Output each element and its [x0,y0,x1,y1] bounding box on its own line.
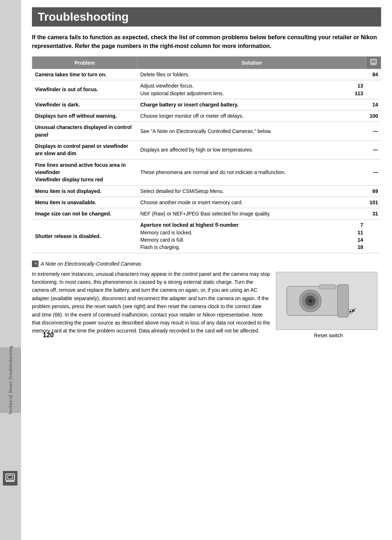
problem-cell: Menu item is not displayed. [32,185,138,197]
reset-switch-image [276,272,377,330]
solution-cell: Displays are affected by high or low tem… [138,141,366,160]
table-row: Fine lines around active focus area in v… [32,159,381,185]
title-bar: Troubleshooting [32,7,381,27]
camera-svg [283,279,370,323]
page-cell: 69 [366,185,381,197]
solution-cell: These phenomena are normal and do not in… [138,159,366,185]
page-cell: 14 [366,99,381,110]
page-cell [366,80,381,99]
problem-cell: Image size can not be changed. [32,208,138,219]
svg-rect-1 [8,475,13,479]
page-cell: — [366,141,381,160]
table-row: Image size can not be changed. NEF (Raw)… [32,208,381,219]
note-body: Reset switch In extremely rare instances… [32,270,381,335]
reset-switch-container: Reset switch [276,272,381,339]
page-cell: — [366,159,381,185]
svg-point-11 [308,299,313,303]
solution-cell: Choose longer monitor off or meter off d… [138,110,366,122]
svg-line-15 [353,308,356,311]
page-title: Troubleshooting [38,10,375,24]
note-icon: ✎ [32,261,38,267]
table-header-problem: Problem [32,57,138,69]
sidebar: Technical Notes Troubleshooting [0,0,21,540]
problem-cell: Menu item is unavailable. [32,197,138,208]
page-cell: 101 [366,197,381,208]
problem-cell: Fine lines around active focus area in v… [32,159,138,185]
table-row: Displays in control panel or viewfinder … [32,141,381,160]
problem-cell: Viewfinder is out of focus. [32,80,138,99]
table-row: Menu item is not displayed. Select detai… [32,185,381,197]
table-row: Shutter release is disabled. Aperture no… [32,219,381,253]
page-container: Technical Notes Troubleshooting Troubles… [0,0,392,540]
solution-cell: NEF (Raw) or NEF+JPEG Basi selected for … [138,208,366,219]
table-row: Unusual characters displayed in control … [32,122,381,141]
troubleshoot-table: Problem Solution Camera takes time to tu… [32,56,381,253]
intro-paragraph: If the camera fails to function as expec… [32,33,381,51]
svg-rect-12 [319,285,336,289]
sidebar-label: Technical Notes Troubleshooting [8,346,13,415]
solution-cell: Choose another mode or insert memory car… [138,197,366,208]
note-section: ✎ A Note on Electronically-Controlled Ca… [32,261,381,335]
problem-cell: Camera takes time to turn on. [32,69,138,80]
svg-rect-7 [338,285,348,317]
problem-cell: Displays turn off without warning. [32,110,138,122]
page-cell: 100 [366,110,381,122]
page-cell: 31 [366,208,381,219]
solution-cell: Charge battery or insert charged battery… [138,99,366,110]
page-cell [366,219,381,253]
page-cell: 84 [366,69,381,80]
table-row: Menu item is unavailable. Choose another… [32,197,381,208]
problem-cell: Unusual characters displayed in control … [32,122,138,141]
svg-point-14 [349,311,351,313]
table-row: Viewfinder is dark. Charge battery or in… [32,99,381,110]
solution-cell: See "A Note on Electronically Controlled… [138,122,366,141]
svg-rect-4 [372,60,375,63]
solution-cell: Select detailed for CSM/Setup Menu. [138,185,366,197]
table-header-icon [366,57,381,69]
table-header-solution: Solution [138,57,366,69]
sidebar-tab: Technical Notes Troubleshooting [0,347,21,413]
problem-cell: Displays in control panel or viewfinder … [32,141,138,160]
problem-cell: Shutter release is disabled. [32,219,138,253]
note-title: ✎ A Note on Electronically-Controlled Ca… [32,261,381,267]
problem-cell: Viewfinder is dark. [32,99,138,110]
main-content: Troubleshooting If the camera fails to f… [21,0,392,364]
sidebar-icon [3,471,17,485]
page-number: 120 [43,331,392,339]
solution-cell: Aperture not locked at highest f/-number… [138,219,366,253]
svg-rect-3 [371,59,376,64]
table-row: Viewfinder is out of focus. Adjust viewf… [32,80,381,99]
table-row: Displays turn off without warning. Choos… [32,110,381,122]
page-cell: — [366,122,381,141]
svg-rect-0 [6,474,15,480]
solution-cell: Adjust viewfinder focus.13 Use optional … [138,80,366,99]
table-row: Camera takes time to turn on. Delete fil… [32,69,381,80]
solution-cell: Delete files or folders. [138,69,366,80]
note-title-text: A Note on Electronically-Controlled Came… [41,261,141,267]
